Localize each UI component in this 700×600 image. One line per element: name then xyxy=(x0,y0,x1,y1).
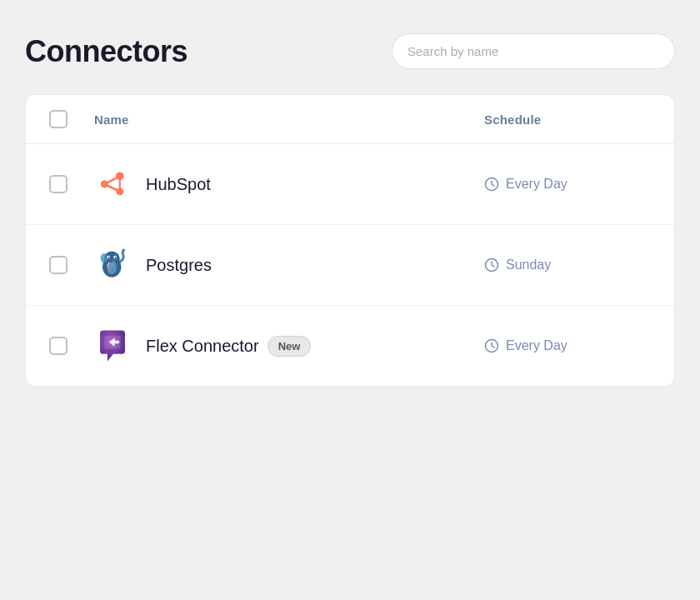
flex-connector-icon xyxy=(94,328,131,364)
flex-schedule: Every Day xyxy=(484,338,651,353)
hubspot-schedule-text: Every Day xyxy=(506,177,568,192)
page-header: Connectors xyxy=(25,33,675,69)
svg-point-8 xyxy=(101,181,108,188)
postgres-schedule: Sunday xyxy=(484,258,651,272)
table-row: Flex Connector New Every Day xyxy=(26,306,674,386)
row-checkbox-flex[interactable] xyxy=(49,337,68,355)
new-badge: New xyxy=(268,336,312,357)
clock-icon xyxy=(484,177,499,192)
postgres-icon xyxy=(94,247,131,283)
search-container xyxy=(392,33,675,69)
postgres-schedule-text: Sunday xyxy=(506,258,551,272)
hubspot-icon xyxy=(94,166,131,202)
flex-schedule-text: Every Day xyxy=(506,338,568,353)
row-checkbox-postgres[interactable] xyxy=(49,256,68,274)
clock-icon xyxy=(484,338,499,353)
flex-connector-name: Flex Connector xyxy=(146,337,259,356)
postgres-name-container: Postgres xyxy=(146,256,484,275)
table-header-row: Name Schedule xyxy=(26,95,674,144)
hubspot-name: HubSpot xyxy=(146,175,211,194)
page-title: Connectors xyxy=(25,34,188,69)
postgres-name: Postgres xyxy=(146,256,212,275)
column-header-schedule: Schedule xyxy=(484,112,651,127)
connectors-table: Name Schedule xyxy=(25,94,675,387)
hubspot-name-container: HubSpot xyxy=(146,175,484,194)
column-header-name: Name xyxy=(94,112,484,127)
svg-point-17 xyxy=(101,253,108,262)
select-all-checkbox[interactable] xyxy=(49,110,68,128)
table-row: HubSpot Every Day xyxy=(26,144,674,225)
svg-point-15 xyxy=(108,257,110,258)
row-checkbox-hubspot[interactable] xyxy=(49,175,68,193)
flex-name-container: Flex Connector New xyxy=(146,336,484,357)
clock-icon xyxy=(484,258,499,272)
table-row: Postgres Sunday xyxy=(26,225,674,306)
hubspot-schedule: Every Day xyxy=(484,177,651,192)
search-input[interactable] xyxy=(392,33,675,69)
svg-point-16 xyxy=(115,257,117,258)
